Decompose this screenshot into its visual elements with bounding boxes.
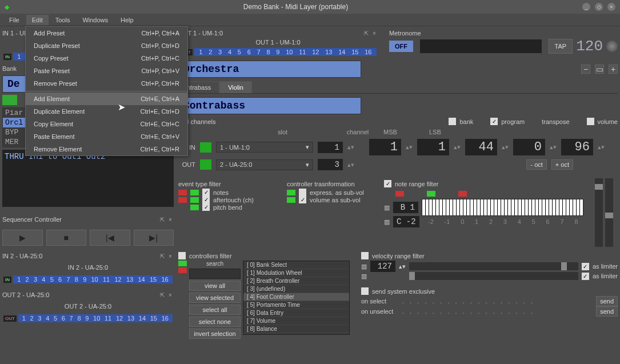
next-button[interactable]: ▶| [134,230,174,246]
select-none-button[interactable]: select none [189,317,241,327]
lsb-spinner[interactable]: 1 [417,139,449,155]
msb-spinner[interactable]: 1 [369,139,401,155]
bpm-knob[interactable] [606,41,618,52]
metronome-display [420,39,542,53]
menu-file[interactable]: File [3,15,25,25]
detach-icon[interactable]: ⇱ [159,253,166,259]
oct-minus-button[interactable]: - oct [526,159,546,170]
view-all-button[interactable]: view all [189,281,241,291]
detach-icon[interactable]: ⇱ [159,216,166,223]
menu-copy-element[interactable]: Copy ElementCtrl+E, Ctrl+C [26,118,187,130]
out1-sublabel: OUT 1 - UM-1:0 [178,39,378,46]
channel-numbers[interactable]: 12345678910111213141516 [13,275,173,283]
vel-lo[interactable]: 127 [370,261,395,272]
invert-selection-button[interactable]: invert selection [189,329,241,339]
select-all-button[interactable]: select all [189,305,241,315]
tap-button[interactable]: TAP [549,39,573,54]
vslider-2[interactable] [605,178,613,247]
transpose-spinner[interactable]: 0 [513,139,545,155]
menu-copy-preset[interactable]: Copy PresetCtrl+P, Ctrl+C [26,52,187,65]
preset-name-field[interactable]: Orchestra [178,61,361,78]
titlebar: ◆ Demo Bank - Midi Layer (portable) _ ◇ … [0,0,620,14]
minimize-icon[interactable]: _ [582,3,590,11]
ctrl-filter-checkbox[interactable] [178,252,186,259]
in-led[interactable] [200,142,211,153]
keyboard-range[interactable] [422,199,583,216]
channel-numbers[interactable]: 12345678910111213141516 [18,314,173,322]
note-hi[interactable]: C -2 [393,216,419,227]
out-channel-spinner[interactable]: 3 [318,159,343,170]
menu-windows[interactable]: Windows [77,15,114,25]
element-tabs: ntrabass Violin [178,81,618,94]
element-name-field[interactable]: Contrabass [178,97,361,114]
controllers-list[interactable]: [ 0] Bank Select [ 1] Modulation Wheel [… [243,261,350,335]
box-button[interactable]: ▭ [595,65,604,74]
view-selected-button[interactable]: view selected [189,293,241,303]
preset-name-display: THRU In1 to Out1 Out2 [2,150,174,207]
bpm-display: 120 [576,38,603,55]
in-slot-select[interactable]: 1 - UM-1:0▾ [216,142,313,153]
menu-help[interactable]: Help [115,15,139,25]
in-channel-spinner[interactable]: 1 [318,142,343,153]
volume-spinner[interactable]: 96 [561,139,593,155]
out-slot-select[interactable]: 2 - UA-25:0▾ [216,159,313,170]
minus-button[interactable]: − [581,65,590,74]
notes-checkbox[interactable]: ✓ [202,189,210,196]
prev-button[interactable]: |◀ [90,230,130,246]
close-panel-icon[interactable]: × [167,291,174,298]
keyboard-icon: ▥ [384,218,390,226]
expr-checkbox[interactable] [299,189,306,196]
note-range-checkbox[interactable]: ✓ [384,180,391,187]
program-spinner[interactable]: 44 [465,139,497,155]
on-select-hex[interactable]: . . . . . . . . . . . . . . . . . . [400,297,591,306]
send-button-1[interactable]: send [596,296,618,306]
menu-remove-element[interactable]: Remove ElementCtrl+E, Ctrl+R [26,143,187,155]
menu-add-element[interactable]: Add ElementCtrl+E, Ctrl+A [26,93,187,105]
vel-slider-lo[interactable] [409,262,578,270]
note-lo[interactable]: B 1 [393,202,418,213]
bank-led[interactable] [2,95,17,105]
menu-tools[interactable]: Tools [50,15,76,25]
menu-paste-element[interactable]: Paste ElementCtrl+E, Ctrl+V [26,130,187,143]
stop-button[interactable]: ■ [46,230,87,246]
plus-button[interactable]: + [609,65,618,74]
menu-duplicate-preset[interactable]: Duplicate PresetCtrl+P, Ctrl+D [26,39,187,52]
detach-icon[interactable]: ⇱ [159,291,166,298]
controller-search-input[interactable] [189,269,241,279]
vel-range-checkbox[interactable] [361,252,369,259]
metronome-off-button[interactable]: OFF [389,41,413,52]
menu-remove-preset[interactable]: Remove PresetCtrl+P, Ctrl+R [26,77,187,90]
app-icon: ◆ [5,3,9,11]
sysex-checkbox[interactable] [361,287,369,295]
close-panel-icon[interactable]: × [167,216,174,223]
play-button[interactable]: ▶ [2,230,43,246]
transpose-label: transpose [542,118,569,125]
detach-icon[interactable]: ⇱ [363,30,370,37]
bank-checkbox[interactable] [449,118,456,125]
limiter-checkbox-2[interactable]: ✓ [582,273,589,280]
menu-duplicate-element[interactable]: Duplicate ElementCtrl+E, Ctrl+D [26,105,187,118]
close-panel-icon[interactable]: × [167,253,174,259]
vol-sub-checkbox[interactable]: ✓ [299,196,306,203]
tab-violin[interactable]: Violin [219,81,252,93]
program-checkbox[interactable]: ✓ [490,118,498,125]
send-button-2[interactable]: send [596,306,618,317]
oct-plus-button[interactable]: + oct [551,159,573,170]
menu-add-preset[interactable]: Add PresetCtrl+P, Ctrl+A [26,27,187,39]
maximize-icon[interactable]: ◇ [595,3,603,11]
vslider-1[interactable] [595,178,603,247]
pitchbend-checkbox[interactable]: ✓ [202,203,210,211]
channel-numbers[interactable]: 12345678910111213141516 [194,48,377,56]
keyboard-icon: ▥ [361,263,367,270]
close-icon[interactable]: × [607,3,615,11]
volume-checkbox[interactable] [587,118,594,125]
vel-slider-hi[interactable] [409,272,578,280]
limiter-checkbox-1[interactable]: ✓ [582,263,589,270]
menu-edit[interactable]: Edit [26,15,49,25]
in2-sublabel: IN 2 - UA-25:0 [2,264,174,271]
close-panel-icon[interactable]: × [371,30,378,37]
menu-paste-preset[interactable]: Paste PresetCtrl+P, Ctrl+V [26,65,187,77]
aftertouch-checkbox[interactable]: ✓ [202,196,210,203]
out-led[interactable] [200,159,211,170]
on-unselect-hex[interactable]: . . . . . . . . . . . . . . . . . . [400,307,591,317]
